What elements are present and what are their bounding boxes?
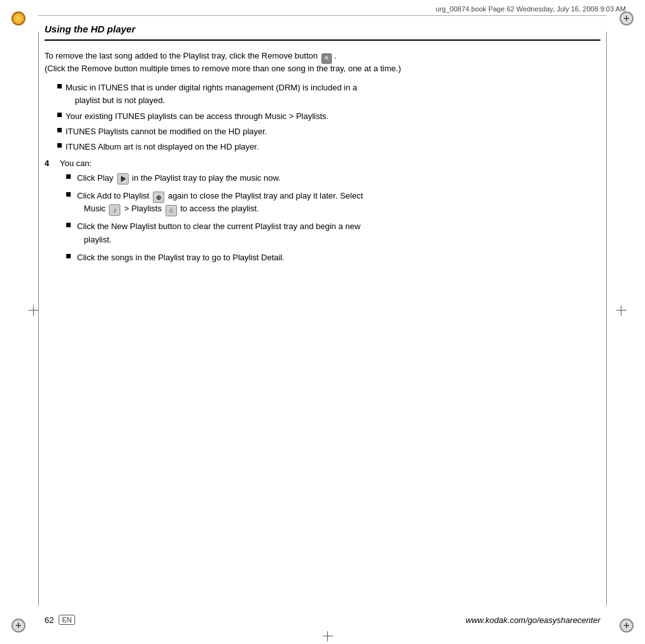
page-number: 62	[45, 615, 53, 625]
corner-mark-top-left	[11, 11, 25, 25]
corner-mark-top-right	[620, 11, 634, 25]
remove-button-icon: ✕	[322, 51, 333, 62]
play-triangle	[121, 176, 126, 182]
music-icon-visual: ♪	[109, 204, 120, 216]
footer-url: www.kodak.com/go/easysharecenter	[465, 615, 600, 625]
target-icon-bottom-left	[11, 619, 25, 633]
bullet-item-itunes-playlists: Your existing ITUNES playlists can be ac…	[57, 110, 600, 123]
section-title: Using the HD player	[45, 24, 600, 37]
intro-paragraph: To remove the last song added to the Pla…	[45, 50, 600, 75]
corner-mark-bottom-left	[11, 619, 25, 633]
footer: 62 EN www.kodak.com/go/easysharecenter	[45, 615, 600, 625]
sub-item-new-playlist-text: Click the New Playlist button to clear t…	[77, 220, 360, 246]
right-margin-line	[606, 32, 607, 606]
sub-item-click-songs-text: Click the songs in the Playlist tray to …	[77, 251, 285, 264]
title-rule	[45, 39, 600, 41]
bullet-item-album-art: ITUNES Album art is not displayed on the…	[57, 141, 600, 153]
sub-bullet-square-4	[66, 254, 71, 258]
bullet-text-cannot-modify: ITUNES Playlists cannot be modified on t…	[66, 125, 600, 138]
language-badge: EN	[59, 615, 74, 625]
content-area: Using the HD player To remove the last s…	[45, 16, 600, 269]
header-bar: urg_00874.book Page 62 Wednesday, July 1…	[0, 0, 645, 15]
add-playlist-icon-visual: ⊕	[153, 192, 164, 203]
intro-text-2: (Click the Remove button multiple times …	[45, 64, 401, 73]
sub-item-add-playlist-text: Click Add to Playlist ⊕ again to close t…	[77, 190, 363, 215]
sub-item-play: Click Play in the Playlist tray to play …	[66, 172, 600, 185]
intro-text-1: To remove the last song added to the Pla…	[45, 51, 318, 60]
bullet-text-drm: Music in ITUNES that is under digital ri…	[66, 81, 600, 107]
sub-bullet-list: Click Play in the Playlist tray to play …	[66, 172, 600, 264]
corner-mark-bottom-right	[620, 619, 634, 633]
play-button-icon	[117, 173, 129, 185]
step-4: 4 You can: Click Play	[45, 158, 600, 269]
step-number-4: 4	[45, 158, 55, 168]
header-book-ref: urg_00874.book Page 62 Wednesday, July 1…	[436, 5, 626, 13]
step-4-intro: You can:	[60, 158, 92, 168]
playlists-label: Playlists	[131, 204, 162, 213]
bullet-square-4	[57, 143, 62, 148]
left-margin-line	[38, 32, 39, 606]
sub-bullet-square-3	[66, 223, 71, 227]
bullet-text-itunes-playlists: Your existing ITUNES playlists can be ac…	[66, 110, 600, 123]
sub-item-play-text: Click Play in the Playlist tray to play …	[77, 172, 281, 185]
playlist-note-icon-visual: ♫	[166, 205, 177, 216]
sub-item-add-playlist: Click Add to Playlist ⊕ again to close t…	[66, 190, 600, 215]
sub-item-new-playlist: Click the New Playlist button to clear t…	[66, 220, 600, 246]
sub-bullet-square-2	[66, 192, 71, 197]
sub-bullet-square-1	[66, 174, 71, 179]
footer-page: 62 EN	[45, 615, 75, 625]
bullet-square-2	[57, 113, 62, 117]
sun-icon-top-left	[11, 11, 25, 25]
add-playlist-icon: ⊕	[153, 191, 164, 202]
sub-item-click-songs: Click the songs in the Playlist tray to …	[66, 251, 600, 264]
target-icon-top-right	[620, 11, 634, 25]
remove-icon-visual: ✕	[322, 53, 332, 64]
bullet-item-drm: Music in ITUNES that is under digital ri…	[57, 81, 600, 107]
playlist-note-icon: ♫	[166, 204, 177, 215]
bullet-text-album-art: ITUNES Album art is not displayed on the…	[66, 141, 600, 153]
bullet-square-1	[57, 84, 62, 88]
page-container: urg_00874.book Page 62 Wednesday, July 1…	[0, 0, 645, 644]
bullet-square-3	[57, 128, 62, 132]
target-icon-bottom-right	[620, 619, 634, 633]
music-icon: ♪	[109, 204, 120, 215]
bullet-list: Music in ITUNES that is under digital ri…	[57, 81, 600, 153]
crosshair-bottom-center	[323, 631, 333, 641]
play-icon-visual	[117, 173, 129, 185]
step-4-content: You can: Click Play in the Pla	[60, 158, 600, 269]
bullet-item-cannot-modify: ITUNES Playlists cannot be modified on t…	[57, 125, 600, 138]
